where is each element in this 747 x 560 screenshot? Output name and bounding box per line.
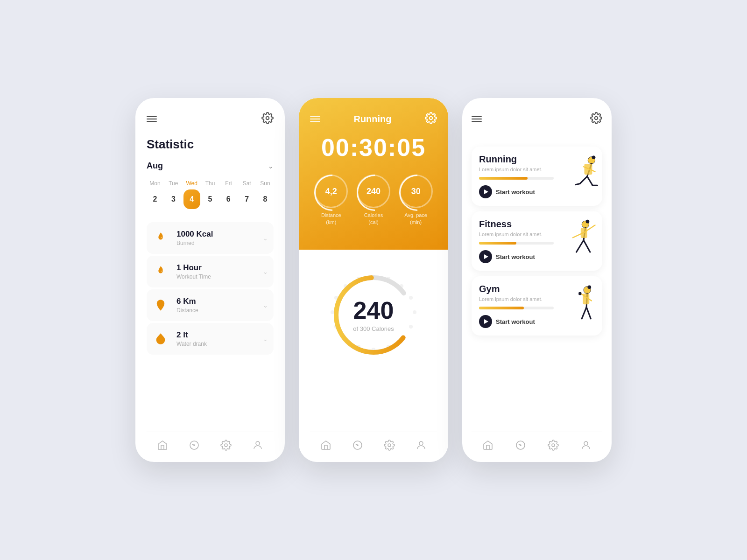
cal-day-wed[interactable]: Wed 4 bbox=[183, 180, 200, 209]
stat-item-hour[interactable]: 1 Hour Workout Time ⌄ bbox=[147, 256, 274, 287]
flame-icon-hour bbox=[152, 263, 169, 280]
workout-desc-fitness: Lorem ipsum dolor sit amet. bbox=[479, 231, 557, 237]
chevron-icon-4: ⌄ bbox=[263, 336, 268, 343]
timer-display: 00:30:05 bbox=[310, 133, 437, 161]
svg-line-46 bbox=[584, 240, 590, 252]
svg-point-26 bbox=[357, 445, 358, 446]
progress-bg-gym bbox=[479, 307, 554, 309]
cal-day-sun[interactable]: Sun 8 bbox=[257, 180, 274, 209]
metric-pace: 30 Avg. pace(min) bbox=[399, 175, 433, 226]
kcal-label: Burned bbox=[176, 240, 255, 246]
play-icon-gym bbox=[479, 315, 492, 328]
phone-left: Statistic Aug ⌄ Mon 2 Tue 3 Wed 4 bbox=[135, 98, 285, 462]
svg-point-27 bbox=[388, 444, 391, 447]
gauge-center: 240 of 300 Calories bbox=[353, 298, 394, 332]
workout-card-fitness[interactable]: Fitness Lorem ipsum dolor sit amet. Star… bbox=[472, 211, 602, 271]
chevron-icon-2: ⌄ bbox=[263, 268, 268, 275]
workout-desc-gym: Lorem ipsum dolor sit amet. bbox=[479, 296, 557, 302]
workout-desc-running: Lorem ipsum dolor sit amet. bbox=[479, 167, 557, 172]
start-btn-fitness[interactable]: Start workout bbox=[479, 250, 557, 263]
start-btn-gym[interactable]: Start workout bbox=[479, 315, 557, 328]
kcal-value: 1000 Kcal bbox=[176, 230, 255, 239]
chevron-down-icon[interactable]: ⌄ bbox=[268, 162, 274, 170]
progress-fill-gym bbox=[479, 307, 524, 309]
svg-point-19 bbox=[331, 310, 334, 314]
top-bar-left bbox=[147, 112, 274, 126]
bottom-nav-center bbox=[310, 432, 437, 462]
calendar-row: Mon 2 Tue 3 Wed 4 Thu 5 Fri 6 bbox=[147, 180, 274, 209]
nav-settings-r[interactable] bbox=[548, 440, 559, 451]
svg-rect-39 bbox=[585, 164, 592, 175]
nav-speed-r[interactable] bbox=[515, 440, 526, 451]
menu-icon[interactable] bbox=[147, 116, 157, 122]
svg-point-4 bbox=[225, 444, 227, 447]
bottom-nav-right bbox=[472, 432, 602, 462]
nav-home-r[interactable] bbox=[482, 440, 493, 451]
nav-speed-c[interactable] bbox=[352, 440, 363, 451]
cal-day-sat[interactable]: Sat 7 bbox=[239, 180, 255, 209]
play-icon-running bbox=[479, 185, 492, 198]
phones-container: Statistic Aug ⌄ Mon 2 Tue 3 Wed 4 bbox=[135, 98, 612, 462]
hour-label: Workout Time bbox=[176, 273, 255, 280]
nav-profile-r[interactable] bbox=[580, 440, 592, 451]
month-selector[interactable]: Aug ⌄ bbox=[147, 161, 274, 171]
settings-icon[interactable] bbox=[261, 112, 274, 126]
svg-point-41 bbox=[586, 219, 590, 223]
stat-item-water[interactable]: 2 lt Water drank ⌄ bbox=[147, 323, 274, 355]
cal-day-thu[interactable]: Thu 5 bbox=[202, 180, 218, 209]
hour-value: 1 Hour bbox=[176, 263, 255, 273]
nav-home-c[interactable] bbox=[320, 440, 331, 451]
chevron-icon: ⌄ bbox=[263, 235, 268, 242]
cal-day-mon[interactable]: Mon 2 bbox=[147, 180, 163, 209]
play-icon-fitness bbox=[479, 250, 492, 263]
nav-profile[interactable] bbox=[252, 440, 263, 451]
calorie-gauge: 240 of 300 Calories bbox=[322, 264, 425, 366]
start-label-fitness: Start workout bbox=[496, 253, 535, 260]
cal-day-fri[interactable]: Fri 6 bbox=[220, 180, 237, 209]
progress-fill-fitness bbox=[479, 242, 516, 245]
workout-name-fitness: Fitness bbox=[479, 219, 557, 230]
menu-icon-right[interactable] bbox=[472, 116, 482, 122]
svg-line-54 bbox=[582, 307, 586, 319]
water-value: 2 lt bbox=[176, 330, 255, 340]
nav-profile-c[interactable] bbox=[416, 440, 427, 451]
svg-point-60 bbox=[584, 441, 588, 445]
svg-line-55 bbox=[586, 307, 591, 319]
nav-home[interactable] bbox=[157, 440, 168, 451]
workout-card-gym[interactable]: Gym Lorem ipsum dolor sit amet. Start wo… bbox=[472, 276, 602, 336]
settings-icon-center[interactable] bbox=[425, 112, 437, 126]
start-btn-running[interactable]: Start workout bbox=[479, 185, 557, 198]
calorie-sub: of 300 Calories bbox=[353, 325, 394, 332]
svg-point-11 bbox=[413, 310, 416, 314]
settings-icon-right[interactable] bbox=[590, 112, 602, 126]
gym-figure bbox=[560, 283, 602, 329]
chevron-icon-3: ⌄ bbox=[263, 302, 268, 309]
workout-card-running[interactable]: Running Lorem ipsum dolor sit amet. Star… bbox=[472, 147, 602, 206]
progress-bg-running bbox=[479, 177, 554, 180]
svg-line-45 bbox=[577, 240, 584, 252]
top-bar-right bbox=[472, 112, 602, 126]
nav-settings-c[interactable] bbox=[384, 440, 395, 451]
metrics-row: 4,2 Distance(km) 240 Calories(cal) 30 Av… bbox=[310, 175, 437, 226]
metric-calories: 240 Calories(cal) bbox=[357, 175, 390, 226]
svg-point-29 bbox=[595, 117, 598, 120]
nav-settings[interactable] bbox=[220, 440, 232, 451]
workout-name-gym: Gym bbox=[479, 284, 557, 294]
start-label-gym: Start workout bbox=[496, 318, 535, 325]
nav-speed[interactable] bbox=[189, 440, 200, 451]
progress-bg-fitness bbox=[479, 242, 554, 245]
svg-point-31 bbox=[592, 155, 596, 159]
water-label: Water drank bbox=[176, 341, 255, 347]
page-title: Statistic bbox=[147, 137, 274, 152]
menu-icon-center[interactable] bbox=[310, 116, 320, 122]
distance-value: 6 Km bbox=[176, 297, 255, 306]
svg-rect-53 bbox=[578, 292, 581, 295]
svg-point-28 bbox=[419, 441, 423, 445]
svg-line-36 bbox=[587, 176, 593, 185]
workout-list: Running Lorem ipsum dolor sit amet. Star… bbox=[472, 147, 602, 432]
svg-point-6 bbox=[430, 117, 433, 120]
stats-list: 1000 Kcal Burned ⌄ 1 Hour Workout Time bbox=[147, 222, 274, 432]
stat-item-distance[interactable]: 6 Km Distance ⌄ bbox=[147, 289, 274, 321]
cal-day-tue[interactable]: Tue 3 bbox=[165, 180, 182, 209]
stat-item-kcal[interactable]: 1000 Kcal Burned ⌄ bbox=[147, 222, 274, 254]
